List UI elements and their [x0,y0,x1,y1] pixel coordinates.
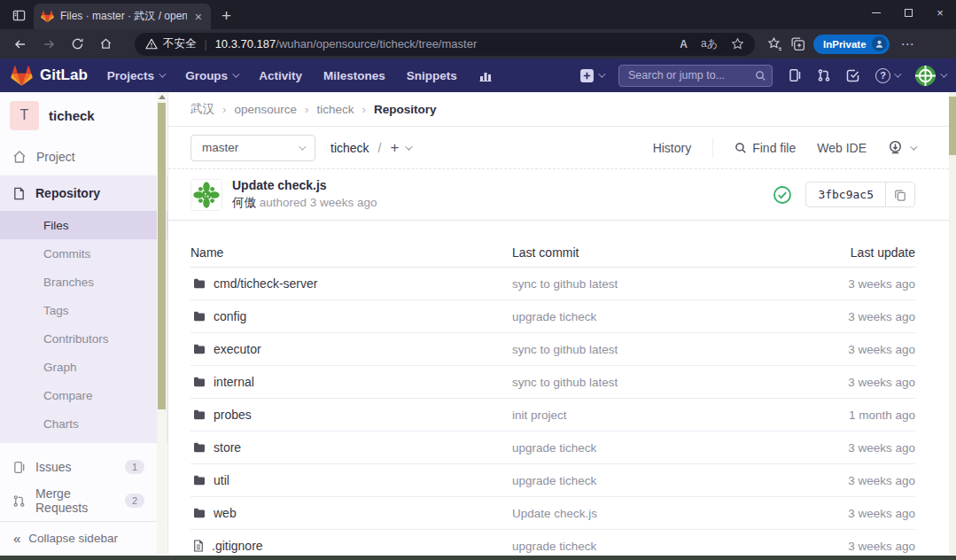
address-bar[interactable]: 不安全 | 10.3.70.187/wuhan/opensource/tiche… [135,33,755,56]
gitlab-nav-item[interactable]: Snippets [407,69,457,82]
tab-close-icon[interactable]: × [193,11,204,23]
new-tab-icon[interactable]: + [222,7,231,24]
page-scrollbar-thumb[interactable] [949,97,956,155]
breadcrumb-item[interactable]: 武汉 › [190,101,235,117]
commit-message-link[interactable]: sync to github latest [512,343,618,356]
global-search[interactable] [618,65,773,87]
page-scrollbar[interactable] [949,92,956,554]
commit-message-link[interactable]: init project [512,408,567,422]
gitlab-nav-item[interactable]: Groups [185,69,237,82]
table-row[interactable]: cmd/ticheck-server sync to github latest… [190,268,915,300]
help-menu[interactable]: ? [875,68,899,83]
issues-icon[interactable] [788,68,802,82]
sidebar-item-repository[interactable]: Repository [0,175,167,211]
commit-message-link[interactable]: upgrade ticheck [512,540,596,553]
search-input[interactable] [618,65,773,87]
commit-message-link[interactable]: sync to github latest [512,376,618,389]
commit-message-link[interactable]: Update check.js [512,507,597,520]
file-name-link[interactable]: probes [214,408,252,422]
file-name-link[interactable]: store [214,440,241,455]
file-name-link[interactable]: util [214,473,229,487]
branch-selector[interactable]: master [190,135,315,161]
repo-root-link[interactable]: ticheck [330,141,369,155]
sidebar-repo-subitem[interactable]: Branches [0,268,167,296]
vertical-tabs-icon[interactable] [7,4,30,26]
commit-hash[interactable]: 3fbc9ac5 [806,183,885,206]
commit-message-link[interactable]: sync to github latest [512,277,618,291]
sidebar-item-merge-requests[interactable]: Merge Requests 2 [0,484,167,517]
browser-tab[interactable]: Files · master · 武汉 / opensourc × [34,4,211,29]
collapse-sidebar-button[interactable]: « Collapse sidebar [0,521,167,554]
minimize-icon[interactable] [860,0,892,25]
sidebar-repo-subitem[interactable]: Graph [0,353,167,381]
close-icon[interactable]: × [924,0,956,25]
gitlab-nav-item[interactable]: Activity [259,69,302,82]
file-name-link[interactable]: web [214,506,237,520]
sidebar-repo-subitem[interactable]: Files [0,211,167,239]
web-ide-link[interactable]: Web IDE [817,141,867,155]
breadcrumb-item[interactable]: Repository › [374,103,437,116]
download-dropdown[interactable] [888,140,915,155]
scroll-up-arrow-icon[interactable] [159,95,166,99]
read-aloud-icon[interactable]: A [680,38,688,51]
breadcrumb-item[interactable]: ticheck › [317,103,375,116]
file-table: Name Last commit Last update cmd/ticheck… [168,238,949,560]
new-menu-button[interactable] [579,68,603,83]
file-name-link[interactable]: cmd/ticheck-server [214,276,317,291]
folder-icon [193,344,206,354]
sidebar-scrollbar-thumb[interactable] [158,103,166,409]
user-menu[interactable] [914,65,945,87]
table-row[interactable]: internal sync to github latest 3 weeks a… [190,366,915,399]
plus-icon: + [390,139,399,157]
table-row[interactable]: probes init project 1 month ago [190,399,915,432]
commit-message-link[interactable]: upgrade ticheck [512,441,596,455]
copy-commit-hash-button[interactable] [885,183,914,206]
stats-chart-icon[interactable] [478,68,493,82]
sidebar-repo-subitem[interactable]: Commits [0,239,167,268]
commit-author-link[interactable]: 何傲 [232,196,256,209]
project-header[interactable]: T ticheck [0,92,167,138]
breadcrumb-item[interactable]: opensource › [235,103,317,116]
gitlab-logo[interactable] [11,65,33,87]
sidebar-scrollbar[interactable] [157,92,167,554]
todos-icon[interactable] [846,68,860,82]
back-icon[interactable] [9,33,32,56]
commit-author-avatar[interactable] [190,179,222,211]
history-link[interactable]: History [653,141,692,155]
commit-message-link[interactable]: upgrade ticheck [512,310,596,323]
add-favorite-icon[interactable] [731,37,744,51]
sidebar-repo-subitem[interactable]: Charts [0,409,167,438]
inprivate-badge[interactable]: InPrivate [813,35,890,54]
commit-message-link[interactable]: upgrade ticheck [512,474,596,487]
sidebar-repo-subitem[interactable]: Compare [0,381,167,409]
maximize-icon[interactable] [892,0,924,25]
home-icon[interactable] [94,33,117,56]
table-row[interactable]: executor sync to github latest 3 weeks a… [190,333,915,366]
collections-icon[interactable] [790,36,805,51]
file-name-link[interactable]: .gitignore [212,539,263,553]
refresh-icon[interactable] [66,33,89,56]
file-name-link[interactable]: config [214,309,246,323]
table-row[interactable]: store upgrade ticheck 3 weeks ago [190,432,915,464]
favorites-icon[interactable] [767,36,782,51]
file-name-link[interactable]: internal [214,375,254,389]
gitlab-nav-item[interactable]: Projects [107,69,164,82]
sidebar-repo-subitem[interactable]: Contributors [0,324,167,353]
table-row[interactable]: web Update check.js 3 weeks ago [190,497,915,530]
security-warning[interactable]: 不安全 [145,36,197,51]
settings-more-icon[interactable]: ⋯ [898,36,919,52]
sidebar-repo-subitem[interactable]: Tags [0,296,167,324]
commit-title-link[interactable]: Update check.js [232,178,377,192]
sidebar-item-issues[interactable]: Issues 1 [0,450,167,484]
find-file-link[interactable]: Find file [734,141,796,155]
gitlab-nav-item[interactable]: Milestones [323,69,385,82]
sidebar-item-project[interactable]: Project [0,138,167,175]
merge-requests-icon[interactable] [817,68,831,82]
add-file-dropdown[interactable]: + [390,139,410,157]
gitlab-brand[interactable]: GitLab [40,66,88,84]
pipeline-status-icon[interactable] [773,185,792,205]
translate-icon[interactable]: aあ [701,36,718,51]
file-name-link[interactable]: executor [214,342,261,356]
table-row[interactable]: util upgrade ticheck 3 weeks ago [190,464,915,497]
table-row[interactable]: config upgrade ticheck 3 weeks ago [190,300,915,333]
